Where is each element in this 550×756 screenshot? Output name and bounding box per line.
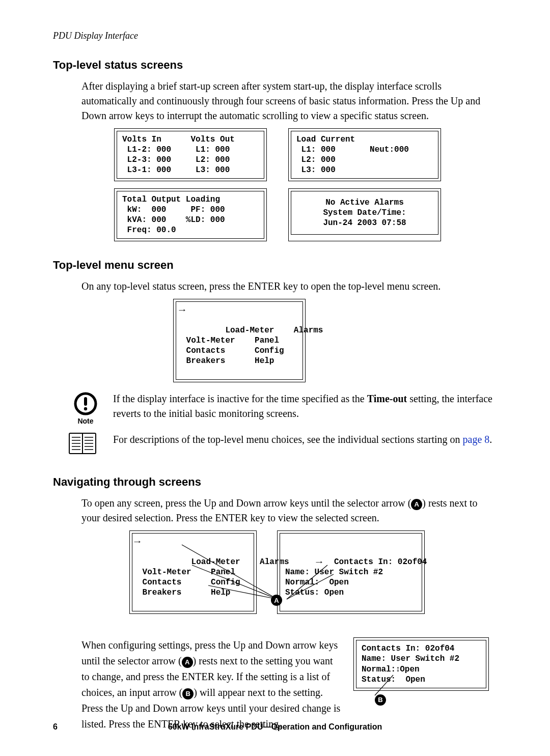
side-l2: Name: User Switch #2 bbox=[362, 654, 481, 664]
enter-key-2: ENTER bbox=[215, 512, 248, 523]
reference-text: For descriptions of the top-level menu c… bbox=[113, 432, 497, 447]
badge-a-inline-1: A bbox=[411, 499, 422, 510]
svg-rect-1 bbox=[84, 397, 87, 406]
ref-text-a: For descriptions of the top-level menu c… bbox=[113, 434, 463, 445]
lcd-menu: → Load-Meter Alarms Volt-Meter Panel Con… bbox=[173, 299, 306, 382]
page-footer: 6 60kW InfraStruXure PDU—Operation and C… bbox=[53, 722, 497, 732]
enter-key-3: ENTER bbox=[182, 671, 214, 682]
lcd-nav-menu-inner: → Load-Meter Alarms Volt-Meter Panel Con… bbox=[132, 533, 254, 611]
badge-a-figure: A bbox=[271, 595, 282, 606]
side-l3a: Normal: bbox=[362, 665, 396, 674]
badge-b-figure: B bbox=[375, 694, 386, 706]
footer-title: 60kW InfraStruXure PDU—Operation and Con… bbox=[73, 722, 477, 732]
status-screens-row-2: Total Output Loading kW: 000 PF: 000 kVA… bbox=[114, 188, 497, 241]
status-screens-row-1: Volts In Volts Out L1-2: 000 L1: 000 L2-… bbox=[114, 128, 497, 181]
svg-line-20 bbox=[375, 675, 393, 695]
page-number: 6 bbox=[53, 722, 73, 732]
note-text: If the display interface is inactive for… bbox=[113, 391, 497, 421]
lcd-load-current: Load Current L1: 000 Neut:000 L2: 000 L3… bbox=[288, 128, 441, 181]
note-label: Note bbox=[77, 417, 93, 425]
lcd-menu-inner: → Load-Meter Alarms Volt-Meter Panel Con… bbox=[176, 301, 303, 380]
navigation-figure: → Load-Meter Alarms Volt-Meter Panel Con… bbox=[129, 530, 497, 632]
lcd-nav-menu: → Load-Meter Alarms Volt-Meter Panel Con… bbox=[129, 530, 257, 614]
sec2-para-a: On any top-level status screen, press th… bbox=[81, 281, 248, 292]
heading-top-level-menu: Top-level menu screen bbox=[53, 259, 497, 272]
lcd-menu-text: Load-Meter Alarms Volt-Meter Panel Conta… bbox=[181, 326, 323, 366]
sec3-para2: When configuring settings, press the Up … bbox=[81, 637, 341, 732]
lcd-volts: Volts In Volts Out L1-2: 000 L1: 000 L2-… bbox=[114, 128, 267, 181]
lcd-nav-menu-text: Load-Meter Alarms Volt-Meter Panel Conta… bbox=[138, 557, 289, 597]
side-l3b: Open bbox=[400, 665, 419, 674]
ref-text-b: . bbox=[489, 434, 492, 445]
heading-top-level-status: Top-level status screens bbox=[53, 59, 497, 72]
sec3-para1: To open any screen, press the Up and Dow… bbox=[81, 496, 497, 525]
lcd-no-alarms-text: No Active Alarms System Date/Time: Jun-2… bbox=[291, 191, 438, 235]
lcd-volts-text: Volts In Volts Out L1-2: 000 L1: 000 L2-… bbox=[117, 131, 264, 179]
selector-arrow-icon: → bbox=[314, 557, 325, 567]
selector-arrow-icon: → bbox=[177, 305, 188, 315]
note-row: Note If the display interface is inactiv… bbox=[68, 391, 497, 425]
lcd-output-loading: Total Output Loading kW: 000 PF: 000 kVA… bbox=[114, 188, 267, 241]
document-icon bbox=[68, 432, 103, 457]
lcd-nav-detail-inner: → Contacts In: 02of04 Name: User Switch … bbox=[280, 533, 422, 611]
exclamation-circle-icon bbox=[73, 391, 98, 416]
note-icon: Note bbox=[68, 391, 103, 425]
lcd-nav-detail-text: Contacts In: 02of04 Name: User Switch #2… bbox=[285, 557, 427, 597]
reference-row: For descriptions of the top-level menu c… bbox=[68, 432, 497, 457]
sec2-paragraph: On any top-level status screen, press th… bbox=[81, 279, 497, 294]
lcd-no-alarms: No Active Alarms System Date/Time: Jun-2… bbox=[288, 188, 441, 241]
p1a: To open any screen, press the Up and Dow… bbox=[81, 497, 411, 509]
heading-navigating: Navigating through screens bbox=[53, 475, 497, 489]
svg-point-2 bbox=[84, 407, 87, 410]
badge-a-inline-2: A bbox=[182, 657, 193, 668]
page-8-link[interactable]: page 8 bbox=[463, 434, 490, 445]
sec1-paragraph: After displaying a brief start-up screen… bbox=[81, 79, 497, 123]
lcd-output-loading-text: Total Output Loading kW: 000 PF: 000 kVA… bbox=[117, 191, 264, 239]
lcd-load-current-text: Load Current L1: 000 Neut:000 L2: 000 L3… bbox=[291, 131, 438, 179]
badge-b-inline: B bbox=[182, 688, 194, 699]
note-text-a: If the display interface is inactive for… bbox=[113, 393, 367, 404]
p1c: key to view the selected screen. bbox=[248, 512, 379, 523]
sec2-para-b: key to open the top-level menu screen. bbox=[281, 281, 441, 292]
enter-key-1: ENTER bbox=[248, 281, 281, 292]
connector-line-b-icon bbox=[369, 674, 399, 698]
side-l1: Contacts In: 02of04 bbox=[362, 643, 481, 654]
running-head: PDU Display Interface bbox=[53, 31, 497, 41]
selector-arrow-icon: → bbox=[132, 537, 143, 547]
lcd-nav-detail: → Contacts In: 02of04 Name: User Switch … bbox=[277, 530, 425, 614]
timeout-bold: Time-out bbox=[367, 393, 407, 404]
